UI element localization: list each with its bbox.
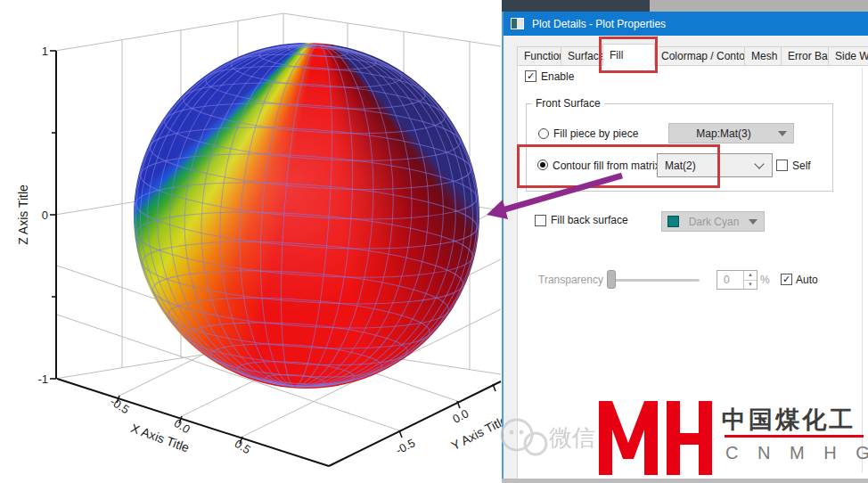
- fill-back-color-dropdown[interactable]: Dark Cyan: [661, 211, 765, 232]
- logo-underline: [725, 435, 864, 438]
- tab-side-wall[interactable]: Side Wall: [828, 46, 868, 66]
- logo-latin-text: C N M H G: [725, 443, 868, 463]
- self-label: Self: [792, 160, 811, 172]
- z-axis-title: Z Axis Title: [16, 184, 30, 245]
- wechat-icon: [497, 415, 549, 460]
- transparency-spinner[interactable]: 0 ▲ ▼: [717, 270, 757, 290]
- auto-checkbox[interactable]: ✓: [781, 274, 792, 285]
- logo-chinese-text: 中国煤化工: [722, 404, 856, 436]
- spin-down-icon[interactable]: ▼: [744, 281, 757, 290]
- background-window-strip-gray: [650, 0, 868, 12]
- fill-piece-label: Fill piece by piece: [553, 127, 638, 140]
- dropdown-arrow-icon: [778, 131, 787, 136]
- z-tick-0: 0: [42, 209, 48, 222]
- tab-error-bar[interactable]: Error Bar: [781, 46, 829, 66]
- transparency-slider-thumb[interactable]: [607, 270, 616, 289]
- self-checkbox[interactable]: [776, 160, 788, 171]
- fill-back-color-value: Dark Cyan: [679, 216, 749, 228]
- x-tick-2: 0.0: [172, 416, 192, 436]
- fill-piece-dropdown-value: Map:Mat(3): [669, 127, 778, 140]
- dropdown-arrow-icon: [749, 219, 757, 225]
- transparency-label: Transparency: [538, 274, 603, 286]
- dialog-content-divider: [862, 68, 863, 472]
- fill-piece-dropdown[interactable]: Map:Mat(3): [668, 123, 794, 143]
- front-surface-group-label: Front Surface: [532, 97, 604, 110]
- tab-bar: Function Surface Fill Colormap / Contour…: [517, 45, 868, 66]
- z-tick-1: 1: [42, 45, 48, 58]
- transparency-value: 0: [717, 271, 743, 289]
- enable-label: Enable: [541, 70, 574, 83]
- spin-up-icon[interactable]: ▲: [744, 271, 757, 281]
- annotation-arrow: [446, 156, 642, 236]
- screenshot-root: 1 0 -1 -0.5 0.0 0.5 -0.5 0.0 Z Axis Titl…: [0, 0, 868, 483]
- sphere-mesh-grid: [134, 43, 479, 389]
- chevron-down-icon: [754, 159, 764, 168]
- mh-logo-icon: [599, 400, 715, 476]
- x-tick-1: -0.5: [108, 395, 132, 417]
- transparency-slider-track[interactable]: [607, 279, 700, 282]
- auto-label: Auto: [796, 274, 818, 286]
- enable-checkbox[interactable]: ✓: [525, 70, 536, 82]
- dark-cyan-swatch: [667, 216, 679, 227]
- bottom-window-strip: [502, 479, 868, 483]
- y-tick-1: -0.5: [393, 436, 417, 457]
- background-window-strip-dark: [502, 0, 650, 12]
- tab-function[interactable]: Function: [517, 46, 561, 66]
- wechat-watermark-text: 微信: [549, 422, 595, 454]
- tab-colormap-contours[interactable]: Colormap / Contours: [654, 46, 745, 66]
- tab-mesh[interactable]: Mesh: [744, 46, 782, 66]
- window-icon: [511, 18, 524, 29]
- z-tick-m1: -1: [37, 372, 48, 386]
- dialog-title: Plot Details - Plot Properties: [532, 18, 666, 30]
- tab-surface[interactable]: Surface: [561, 46, 603, 66]
- fill-piece-radio[interactable]: [538, 128, 549, 139]
- highlight-box-fill-tab: [599, 37, 658, 73]
- y-tick-2: 0.0: [450, 406, 471, 426]
- x-tick-3: 0.5: [233, 437, 253, 456]
- percent-label: %: [760, 274, 770, 286]
- dialog-titlebar: Plot Details - Plot Properties: [504, 12, 868, 36]
